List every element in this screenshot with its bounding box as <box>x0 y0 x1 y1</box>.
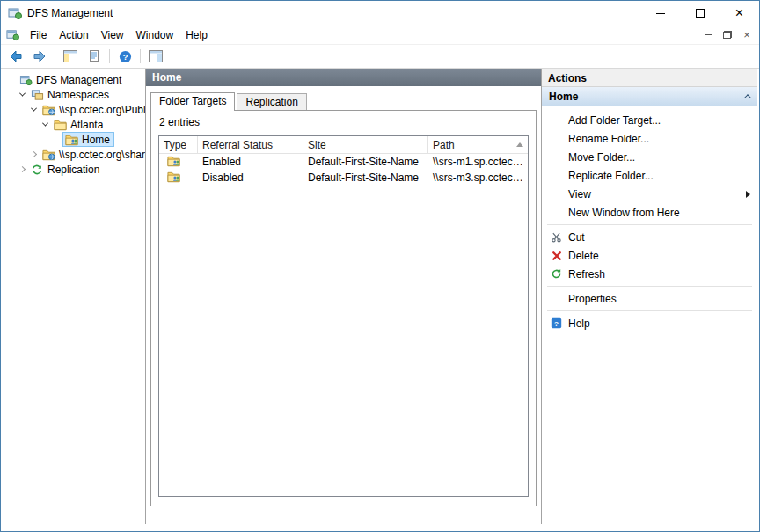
column-header-type[interactable]: Type <box>159 136 198 153</box>
action-delete[interactable]: Delete <box>542 246 757 265</box>
tree-item-label: Namespaces <box>48 89 109 101</box>
child-close-icon: × <box>743 31 750 39</box>
menubar: File Action View Window Help × <box>1 26 759 45</box>
menu-help[interactable]: Help <box>179 26 214 44</box>
tree-item-home[interactable]: Home <box>3 132 145 147</box>
action-help[interactable]: ? Help <box>542 314 757 332</box>
forward-button[interactable] <box>28 47 51 67</box>
action-label: Replicate Folder... <box>568 170 654 182</box>
result-pane-title: Home <box>146 69 541 86</box>
action-view[interactable]: View <box>542 185 757 203</box>
expander-expanded[interactable] <box>28 107 40 112</box>
maximize-button[interactable] <box>680 1 720 26</box>
result-pane: Home Folder Targets Replication 2 entrie… <box>146 69 542 524</box>
help-icon: ? <box>549 317 564 331</box>
action-pane-icon <box>149 50 163 62</box>
minimize-button[interactable] <box>640 1 680 26</box>
table-row[interactable]: Enabled Default-First-Site-Name \\srs-m1… <box>159 154 528 170</box>
content-area: DFS Management Namespaces <box>1 69 759 531</box>
child-minimize-button[interactable] <box>701 29 715 41</box>
action-new-window-from-here[interactable]: New Window from Here <box>542 203 757 222</box>
action-properties[interactable]: Properties <box>542 289 757 308</box>
tree-item-replication[interactable]: Replication <box>3 162 145 177</box>
action-list: Add Folder Target... Rename Folder... Mo… <box>542 106 757 524</box>
export-list-button[interactable] <box>83 47 106 67</box>
cell-type <box>159 171 198 186</box>
folder-target-icon <box>167 171 181 183</box>
tree-item-dfs-management[interactable]: DFS Management <box>3 72 145 87</box>
show-hide-console-tree-button[interactable] <box>59 47 82 67</box>
close-button[interactable]: × <box>720 1 759 26</box>
help-button[interactable]: ? <box>113 47 136 67</box>
tree-item-namespaces[interactable]: Namespaces <box>3 87 145 102</box>
tree-item-namespace-shares[interactable]: \\sp.cctec.org\shares <box>3 147 145 162</box>
child-close-button[interactable]: × <box>740 29 754 41</box>
menu-window[interactable]: Window <box>130 26 180 44</box>
close-icon: × <box>735 9 743 18</box>
child-restore-button[interactable] <box>720 29 734 41</box>
cell-site: Default-First-Site-Name <box>303 171 428 184</box>
collapse-section-icon[interactable] <box>744 94 751 101</box>
action-label: Add Folder Target... <box>568 114 661 127</box>
column-header-path-label: Path <box>433 139 455 151</box>
actions-separator <box>547 286 752 287</box>
namespaces-icon <box>31 89 44 101</box>
cell-referral-status: Disabled <box>198 171 303 184</box>
actions-section-home[interactable]: Home <box>542 87 757 106</box>
table-row[interactable]: Disabled Default-First-Site-Name \\srs-m… <box>159 170 528 186</box>
tree-item-atlanta[interactable]: Atlanta <box>3 117 145 132</box>
action-rename-folder[interactable]: Rename Folder... <box>542 129 757 148</box>
menu-file[interactable]: File <box>24 26 53 44</box>
tab-folder-targets[interactable]: Folder Targets <box>150 92 235 111</box>
cell-referral-status: Enabled <box>198 156 303 168</box>
app-icon <box>8 6 22 20</box>
titlebar: DFS Management × <box>1 1 759 26</box>
svg-text:?: ? <box>122 53 128 62</box>
actions-pane: Actions Home Add Folder Target... Rename… <box>542 69 757 524</box>
tree-item-label: Atlanta <box>70 119 103 131</box>
list-header: Type Referral Status Site Path <box>159 136 528 154</box>
minimize-icon <box>656 13 665 14</box>
expander-collapsed[interactable] <box>17 167 28 171</box>
action-add-folder-target[interactable]: Add Folder Target... <box>542 111 757 129</box>
column-header-referral-status[interactable]: Referral Status <box>198 136 303 153</box>
expander-expanded[interactable] <box>40 122 51 127</box>
window-controls: × <box>640 1 759 26</box>
namespace-icon <box>42 104 55 116</box>
action-label: Help <box>568 317 590 330</box>
action-move-folder[interactable]: Move Folder... <box>542 148 757 166</box>
actions-separator <box>547 224 752 225</box>
expander-collapsed[interactable] <box>28 152 40 157</box>
toolbar-separator <box>55 49 55 63</box>
expander-expanded[interactable] <box>17 92 28 97</box>
forward-icon <box>33 49 47 63</box>
toolbar-separator <box>109 49 110 63</box>
column-header-path[interactable]: Path <box>428 136 528 153</box>
help-icon: ? <box>119 50 132 63</box>
export-list-icon <box>88 50 100 62</box>
console-tree: DFS Management Namespaces <box>3 69 146 524</box>
tree-item-label: \\sp.cctec.org\Public <box>59 104 146 116</box>
tree-item-namespace-public[interactable]: \\sp.cctec.org\Public <box>3 102 145 117</box>
tree-item-label: Home <box>82 134 110 146</box>
column-header-site[interactable]: Site <box>303 136 428 153</box>
tree-item-label: DFS Management <box>36 74 121 86</box>
folder-target-icon <box>167 155 181 167</box>
show-hide-action-pane-button[interactable] <box>144 47 167 67</box>
sort-ascending-icon <box>516 142 523 147</box>
back-icon <box>9 49 23 63</box>
menu-view[interactable]: View <box>95 26 130 44</box>
action-label: Rename Folder... <box>568 133 649 145</box>
action-cut[interactable]: Cut <box>542 228 757 246</box>
toolbar-separator <box>140 49 141 63</box>
entries-count: 2 entries <box>158 114 529 135</box>
tab-replication[interactable]: Replication <box>237 93 306 110</box>
action-label: Refresh <box>568 268 605 281</box>
cell-site: Default-First-Site-Name <box>303 156 428 168</box>
console-window-icon[interactable] <box>6 28 19 41</box>
action-refresh[interactable]: Refresh <box>542 265 757 283</box>
menu-action[interactable]: Action <box>53 26 94 44</box>
selected-tree-item[interactable]: Home <box>62 132 114 147</box>
back-button[interactable] <box>4 47 27 67</box>
action-replicate-folder[interactable]: Replicate Folder... <box>542 166 757 185</box>
